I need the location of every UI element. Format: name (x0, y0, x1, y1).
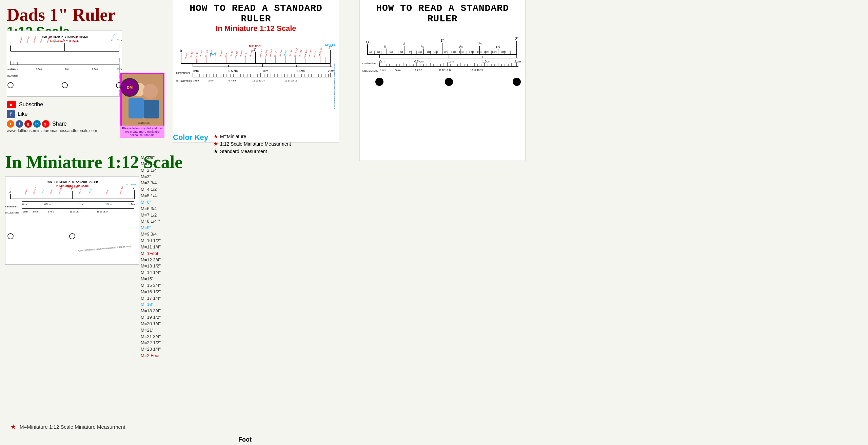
dm-circle: DM (120, 78, 139, 97)
svg-text:1 5⁄16: 1 5⁄16 (459, 51, 464, 53)
svg-rect-35 (129, 98, 144, 118)
svg-text:M=3/4": M=3/4" (24, 189, 28, 194)
svg-text:15⁄16: 15⁄16 (434, 51, 438, 53)
main-title: Dads 1" Ruler (7, 5, 163, 24)
youtube-icon[interactable] (7, 101, 16, 108)
svg-text:11 12 13 14: 11 12 13 14 (439, 69, 451, 71)
m-item-22: M=16 1/2" (141, 289, 161, 295)
svg-text:1 9⁄16: 1 9⁄16 (477, 51, 482, 53)
svg-text:2": 2" (515, 37, 518, 41)
m-item-29: M=21 3/4" (141, 334, 161, 340)
svg-text:0: 0 (10, 43, 11, 46)
svg-text:M=5 1/4": M=5 1/4" (219, 50, 223, 57)
svg-text:M=18": M=18" (283, 50, 287, 56)
svg-point-262 (513, 78, 521, 86)
svg-text:16 17 18 19: 16 17 18 19 (97, 211, 108, 213)
m-item-7: M=5 1/4" (141, 193, 161, 199)
m-item-2: M=1 1/2" (141, 161, 161, 167)
svg-text:3mm: 3mm (395, 69, 401, 72)
svg-text:3mm: 3mm (33, 210, 38, 213)
key-miniature: ★ M=Miniature (213, 133, 291, 140)
svg-text:MILLIMETERS: MILLIMETERS (5, 212, 19, 214)
svg-text:0cm: 0cm (193, 69, 199, 73)
bottom-legend: ★ M=Miniature 1:12 Scale Miniature Measu… (10, 423, 125, 431)
svg-text:couple photo: couple photo (138, 122, 150, 124)
icon3: g (24, 120, 32, 128)
svg-text:1 11⁄16: 1 11⁄16 (484, 51, 489, 53)
svg-text:M=2 1/4": M=2 1/4" (33, 36, 37, 43)
svg-text:M=19 1/2": M=19 1/2" (294, 48, 298, 57)
m-item-18: M=13 1/2" (141, 263, 161, 270)
svg-text:M=6": M=6" (214, 51, 217, 56)
svg-text:½: ½ (402, 42, 406, 46)
svg-text:9⁄16: 9⁄16 (409, 51, 412, 53)
svg-text:1": 1" (253, 48, 257, 51)
m-item-6: M=4 1/2" (141, 186, 161, 193)
svg-text:1½: 1½ (477, 42, 482, 46)
svg-text:M=1 1/2": M=1 1/2" (190, 51, 193, 58)
svg-text:3mm: 3mm (208, 79, 214, 82)
subscribe-item[interactable]: Subscribe (7, 101, 67, 108)
m-item-14: M=10 1/2" (141, 238, 161, 244)
svg-text:1.5cm: 1.5cm (296, 69, 305, 73)
svg-text:M=12 3/4": M=12 3/4" (264, 49, 268, 59)
svg-text:11⁄16: 11⁄16 (418, 51, 422, 53)
svg-text:M=23 1/4": M=23 1/4" (318, 47, 323, 56)
center-ruler-svg: 0 2" M=2 Feet 1" M=1Foot M=6" M=3/4" M=1… (176, 33, 335, 138)
m-item-32-red: M=2 Foot (141, 353, 161, 359)
ruler-image-topleft: HOW TO READ A STANDARD RULER In Miniatur… (7, 31, 122, 97)
svg-text:1cm: 1cm (63, 39, 67, 41)
svg-text:M=20 1/4": M=20 1/4" (303, 49, 308, 59)
svg-text:11 12 13 14: 11 12 13 14 (70, 211, 81, 213)
svg-text:M=14 1/4": M=14 1/4" (279, 49, 283, 57)
like-item[interactable]: f Like (7, 110, 67, 118)
m-item-11: M=8 1/4"" (141, 218, 161, 225)
svg-text:M=2 1/4": M=2 1/4" (199, 50, 203, 57)
svg-text:M=9": M=9" (50, 189, 53, 194)
measurement-list: M=3/4" M=1 1/2" M=2 1/4" M=3" M=3 3/4" M… (141, 154, 161, 359)
m-item-12-cyan: M=9" (141, 225, 161, 231)
svg-text:1⁄16: 1⁄16 (369, 51, 372, 53)
svg-text:2 cm: 2 cm (328, 69, 335, 73)
legend-red-star: ★ (10, 423, 16, 431)
m-item-20: M=15" (141, 276, 161, 282)
svg-text:11 12 13 14: 11 12 13 14 (252, 79, 265, 82)
svg-point-260 (375, 78, 383, 86)
m-item-26: M=19 1/2" (141, 314, 161, 321)
svg-point-28 (8, 82, 13, 88)
share-item[interactable]: t f g in g+ Share (7, 120, 67, 128)
right-ruler-title: HOW TO READ A STANDARD RULER (362, 3, 522, 24)
svg-text:M=15 3/4": M=15 3/4" (289, 49, 293, 57)
facebook-icon: f (7, 110, 15, 118)
svg-text:M=23 1/4": M=23 1/4" (119, 186, 123, 194)
svg-text:M=1Foot: M=1Foot (68, 186, 78, 188)
svg-text:2": 2" (133, 186, 135, 189)
m-item-5: M=3 3/4" (141, 180, 161, 186)
m-item-3: M=2 1/4" (141, 167, 161, 174)
svg-text:M=11 1/4": M=11 1/4" (259, 49, 263, 57)
svg-text:centimeters: centimeters (176, 71, 190, 74)
website-url: www.dollhouseminiaturemadnessandtutorial… (7, 128, 97, 133)
svg-text:M=3/4": M=3/4" (195, 52, 198, 59)
svg-text:0cm: 0cm (11, 68, 15, 70)
m-item-16-red: M=1Foot (141, 251, 161, 257)
svg-text:1mm: 1mm (380, 69, 386, 72)
share-label: Share (52, 121, 67, 127)
scale-label2: 1:12 Scale Miniature Measurment (220, 141, 291, 147)
key-items: ★ M=Miniature ★ 1:12 Scale Miniature Mea… (213, 133, 291, 154)
svg-text:M=1 1/2": M=1 1/2" (204, 49, 209, 58)
m-item-13: M=9 3/4" (141, 231, 161, 238)
icon2: f (16, 120, 23, 128)
svg-text:M=2 Feet: M=2 Feet (111, 34, 115, 41)
svg-text:6 7 8 9: 6 7 8 9 (48, 211, 54, 213)
photo-caption: Please follow my dad and I as we create … (120, 126, 164, 138)
svg-text:centimeters: centimeters (5, 205, 18, 208)
svg-text:M=8 1/4": M=8 1/4" (239, 50, 243, 57)
svg-text:1cm: 1cm (448, 60, 454, 63)
svg-text:16 17 18 19: 16 17 18 19 (284, 79, 297, 82)
svg-text:1.5cm: 1.5cm (92, 68, 98, 70)
key-scale: ★ 1:12 Scale Miniature Measurment (213, 141, 291, 147)
svg-text:0: 0 (180, 49, 182, 53)
standard-label: Standard Measurment (220, 149, 267, 154)
svg-text:6  7  8  9: 6 7 8 9 (415, 69, 422, 71)
